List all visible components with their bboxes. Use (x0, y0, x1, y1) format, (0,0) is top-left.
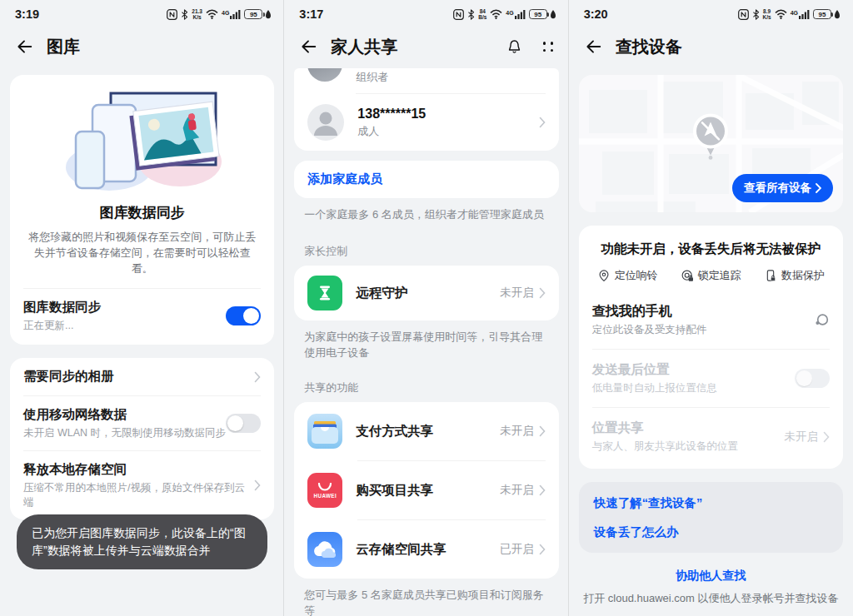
status-time: 3:20 (584, 7, 608, 21)
loading-spinner-icon (813, 313, 830, 328)
payment-sharing-row[interactable]: 支付方式共享 未开启 (294, 402, 558, 460)
member-name: 138******15 (357, 107, 525, 122)
location-sharing-row[interactable]: 位置共享 与家人、朋友共享此设备的位置 未开启 (579, 408, 843, 465)
battery-icon: 95 (244, 9, 262, 19)
status-icons: 8.9K/s 4G 95 (738, 8, 840, 20)
assist-others-link[interactable]: 协助他人查找 (569, 569, 853, 584)
status-bar: 3:19 21.3K/s 4G 95 (0, 0, 284, 25)
network-speed: 84B/s (478, 8, 486, 20)
avatar (307, 104, 344, 141)
chevron-right-icon (254, 479, 261, 491)
app-header: 家人共享 (284, 25, 568, 68)
send-last-location-toggle[interactable] (795, 369, 830, 388)
chevron-right-icon (539, 287, 546, 299)
toggle-row-status: 正在更新... (23, 319, 226, 333)
toast-message: 已为您开启图库数据同步，此设备上的“图库”数据将被上传并与云端数据合并 (17, 514, 267, 569)
feature-warning-text: 功能未开启，设备丢失后将无法被保护 (579, 226, 843, 261)
device-lost-help-link[interactable]: 设备丢了怎么办 (594, 524, 828, 540)
chevron-right-icon (539, 544, 546, 555)
gallery-sync-toggle-row[interactable]: 图库数据同步 正在更新... (10, 289, 274, 343)
status-icons: 84B/s 4G 95 (453, 8, 555, 20)
bluetooth-icon (181, 9, 188, 20)
network-speed: 8.9K/s (763, 8, 771, 20)
parental-controls-section-label: 家长控制 (304, 244, 555, 259)
data-protection-feature: 数据保护 (764, 268, 825, 283)
add-family-member-button[interactable]: 添加家庭成员 (294, 161, 558, 198)
chevron-right-icon (823, 431, 830, 443)
status-icons: 21.3K/s 4G 95 (167, 8, 271, 20)
adult-member-row[interactable]: 138******15 成人 (294, 94, 558, 151)
remote-guard-icon (307, 276, 342, 310)
nfc-icon (738, 9, 749, 20)
row-sublabel: 未开启 WLAN 时，无限制使用移动数据同步 (23, 426, 226, 440)
mobile-data-row[interactable]: 使用移动网络数据 未开启 WLAN 时，无限制使用移动数据同步 (10, 396, 274, 450)
members-hint: 一个家庭最多 6 名成员，组织者才能管理家庭成员 (304, 206, 548, 222)
signal-icon: 4G (222, 9, 241, 19)
row-status: 未开启 (500, 483, 534, 498)
send-last-location-row[interactable]: 发送最后位置 低电量时自动上报位置信息 (579, 350, 843, 407)
row-status: 未开启 (784, 430, 818, 445)
lock-track-icon (681, 269, 694, 282)
device-map-card[interactable]: 查看所有设备 (579, 75, 843, 212)
network-speed: 21.3K/s (192, 8, 202, 20)
row-label: 购买项目共享 (356, 482, 500, 499)
battery-icon: 95 (813, 9, 831, 19)
shared-features-section-label: 共享的功能 (304, 380, 555, 395)
cloud-storage-sharing-row[interactable]: 云存储空间共享 已开启 (294, 520, 558, 579)
row-sublabel: 定位此设备及受支持配件 (592, 323, 813, 337)
chevron-right-icon (539, 484, 546, 496)
view-all-devices-label: 查看所有设备 (744, 181, 811, 196)
row-label: 需要同步的相册 (23, 368, 254, 385)
more-options-icon[interactable] (543, 42, 554, 52)
status-bar: 3:17 84B/s 4G 95 (284, 0, 568, 25)
remote-guard-row[interactable]: 远程守护 未开启 (294, 266, 558, 320)
albums-to-sync-row[interactable]: 需要同步的相册 (10, 358, 274, 395)
feature-label: 锁定追踪 (698, 268, 741, 283)
row-label: 云存储空间共享 (356, 541, 500, 559)
find-my-phone-row[interactable]: 查找我的手机 定位此设备及受支持配件 (579, 291, 843, 349)
help-links-card: 快速了解“查找设备” 设备丢了怎么办 (579, 482, 843, 553)
notification-bell-icon[interactable] (506, 37, 523, 56)
nfc-icon (167, 9, 177, 20)
page-title: 家人共享 (331, 36, 491, 58)
shared-features-card: 支付方式共享 未开启 HUAWEI 购买项目共享 未开启 云存储空间共享 已开启 (294, 402, 558, 579)
wifi-icon (206, 9, 218, 19)
sync-card-description: 将您珍藏的照片和视频保存至云空间，可防止丢失并节省设备存储空间，在需要时可以轻松… (10, 222, 274, 288)
add-family-member-label: 添加家庭成员 (307, 171, 382, 186)
location-disabled-marker-icon (688, 110, 733, 168)
battery-icon: 95 (529, 9, 547, 19)
cloud-icon (307, 532, 342, 567)
row-label: 位置共享 (592, 420, 785, 437)
free-up-storage-row[interactable]: 释放本地存储空间 压缩不常用的本地照片/视频，原始文件保存到云端 (10, 451, 274, 519)
purchase-sharing-row[interactable]: HUAWEI 购买项目共享 未开启 (294, 461, 558, 519)
organizer-member-row[interactable]: 组织者 (294, 68, 558, 93)
mobile-data-toggle[interactable] (226, 414, 261, 433)
back-icon[interactable] (15, 37, 33, 56)
chevron-right-icon (816, 183, 821, 193)
learn-find-device-link[interactable]: 快速了解“查找设备” (594, 494, 828, 511)
phone-lock-icon (764, 269, 777, 282)
signal-icon: 4G (506, 9, 525, 19)
gallery-options-card: 需要同步的相册 使用移动网络数据 未开启 WLAN 时，无限制使用移动数据同步 … (10, 358, 274, 519)
row-label: 发送最后位置 (592, 361, 795, 379)
back-icon[interactable] (299, 37, 317, 56)
back-icon[interactable] (584, 37, 602, 56)
gallery-sync-toggle[interactable] (226, 306, 261, 325)
app-header: 图库 (0, 25, 284, 68)
lock-track-feature: 锁定追踪 (681, 268, 741, 283)
charging-icon (551, 10, 556, 19)
appgallery-icon: HUAWEI (307, 473, 342, 508)
view-all-devices-button[interactable]: 查看所有设备 (732, 174, 833, 202)
assist-others-hint: 打开 cloud.huawei.com 以便他人登录帐号并查找设备 (569, 591, 853, 606)
appgallery-icon-text: HUAWEI (314, 493, 337, 499)
row-label: 远程守护 (356, 285, 500, 302)
gallery-sync-card: 图库数据同步 将您珍藏的照片和视频保存至云空间，可防止丢失并节省设备存储空间，在… (10, 75, 274, 345)
row-label: 查找我的手机 (592, 303, 813, 320)
wallet-icon (307, 414, 342, 449)
sync-card-title: 图库数据同步 (10, 203, 274, 222)
app-header: 查找设备 (569, 25, 853, 68)
row-status: 未开启 (500, 424, 534, 439)
member-role: 成人 (357, 124, 525, 139)
status-bar: 3:20 8.9K/s 4G 95 (569, 0, 853, 25)
parental-controls-hint: 为家庭中的孩子设置屏幕使用时间等，引导其合理使用电子设备 (304, 329, 548, 360)
